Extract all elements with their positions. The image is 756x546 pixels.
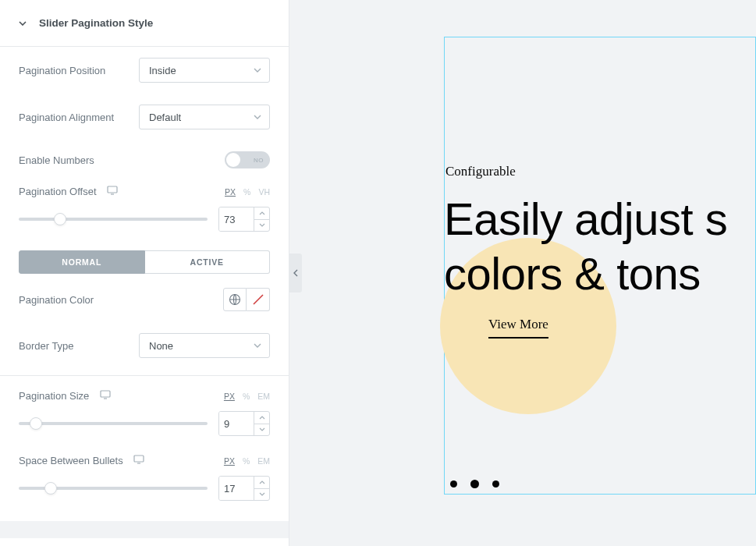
spin-up[interactable] (254, 207, 269, 220)
unit-vh[interactable]: VH (258, 187, 270, 197)
headline-line-2: colors & tons (444, 248, 701, 299)
row-enable-numbers: Enable Numbers NO (19, 140, 270, 179)
chevron-left-icon (293, 269, 298, 277)
input-offset-field[interactable] (219, 207, 254, 231)
units-space: PX % EM (224, 456, 270, 466)
view-more-link[interactable]: View More (488, 317, 548, 339)
spin-down[interactable] (254, 220, 269, 232)
label-pagination-offset: Pagination Offset (19, 186, 118, 197)
input-space-field[interactable] (219, 477, 254, 500)
pagination-dot[interactable] (492, 480, 499, 488)
unit-pct[interactable]: % (243, 456, 250, 466)
chevron-down-icon (254, 343, 261, 348)
svg-rect-4 (134, 456, 144, 462)
slider-row-offset (19, 202, 270, 244)
unit-pct[interactable]: % (243, 187, 250, 197)
section-header-slider-pagination[interactable]: Slider Pagination Style (0, 0, 289, 47)
desktop-icon[interactable] (100, 390, 111, 399)
settings-sidebar: Slider Pagination Style Pagination Posit… (0, 0, 289, 546)
divider (0, 375, 289, 376)
tab-active[interactable]: ACTIVE (145, 250, 271, 274)
row-pagination-position: Pagination Position Inside (19, 47, 270, 94)
selected-widget[interactable]: Configurable Easily adjust s colors & to… (444, 37, 756, 495)
slide-eyebrow: Configurable (445, 164, 516, 179)
label-border-type: Border Type (19, 340, 74, 352)
label-text: Space Between Bullets (19, 455, 123, 466)
color-picker-button[interactable] (247, 288, 270, 311)
spin-up[interactable] (254, 412, 269, 424)
panel-collapse-handle[interactable] (289, 254, 302, 292)
select-pagination-alignment[interactable]: Default (139, 105, 270, 129)
desktop-icon[interactable] (133, 455, 144, 464)
select-border-type[interactable]: None (139, 333, 270, 358)
preview-canvas: Configurable Easily adjust s colors & to… (289, 0, 756, 546)
select-pagination-position[interactable]: Inside (139, 58, 270, 83)
section-header-text-style[interactable]: Text Style (0, 538, 289, 546)
label-pagination-color: Pagination Color (19, 294, 94, 306)
row-pagination-size-header: Pagination Size PX % EM (19, 384, 270, 406)
label-space-between: Space Between Bullets (19, 455, 144, 466)
chevron-down-icon (254, 115, 261, 119)
no-color-icon (251, 292, 265, 307)
row-pagination-offset-header: Pagination Offset PX % VH (19, 179, 270, 202)
input-space[interactable] (218, 476, 270, 501)
slider-thumb[interactable] (54, 213, 66, 225)
label-pagination-alignment: Pagination Alignment (19, 112, 114, 123)
unit-pct[interactable]: % (243, 392, 250, 401)
unit-em[interactable]: EM (257, 392, 270, 401)
color-controls (223, 288, 270, 311)
label-text: Pagination Offset (19, 186, 97, 197)
spin-down[interactable] (254, 489, 269, 501)
slider-row-space (19, 471, 270, 513)
input-size-field[interactable] (219, 412, 254, 435)
toggle-knob (226, 153, 240, 167)
spin-down[interactable] (254, 424, 269, 436)
slider-thumb[interactable] (44, 482, 57, 495)
spin-up[interactable] (254, 477, 269, 489)
input-offset[interactable] (218, 207, 270, 232)
chevron-down-icon (254, 68, 261, 73)
svg-rect-3 (101, 391, 110, 397)
section-gap (0, 521, 289, 538)
pagination-dots (450, 480, 499, 488)
unit-em[interactable]: EM (257, 456, 270, 466)
slider-row-size (19, 406, 270, 448)
toggle-label: NO (254, 157, 264, 164)
pagination-dot-active[interactable] (470, 480, 479, 488)
row-border-type: Border Type None (19, 322, 270, 369)
toggle-enable-numbers[interactable]: NO (225, 151, 270, 168)
select-value: None (149, 340, 173, 352)
select-value: Inside (149, 65, 176, 76)
units-offset: PX % VH (225, 187, 270, 197)
section-title: Slider Pagination Style (39, 17, 153, 29)
slider-thumb[interactable] (30, 417, 42, 430)
row-pagination-alignment: Pagination Alignment Default (19, 94, 270, 140)
unit-px[interactable]: PX (224, 392, 235, 401)
unit-px[interactable]: PX (224, 456, 235, 466)
headline-line-1: Easily adjust s (444, 193, 727, 244)
slider-content: Configurable Easily adjust s colors & to… (445, 37, 755, 494)
row-space-between-header: Space Between Bullets PX % EM (19, 448, 270, 471)
label-enable-numbers: Enable Numbers (19, 154, 94, 166)
units-size: PX % EM (224, 392, 270, 401)
select-value: Default (149, 112, 181, 123)
tab-normal[interactable]: NORMAL (19, 250, 145, 274)
svg-line-2 (254, 295, 263, 304)
unit-px[interactable]: PX (225, 187, 236, 197)
slide-headline: Easily adjust s colors & tons (444, 192, 727, 300)
label-pagination-position: Pagination Position (19, 65, 105, 76)
slider-size[interactable] (19, 422, 208, 425)
row-pagination-color: Pagination Color (19, 277, 270, 322)
global-color-button[interactable] (223, 288, 247, 311)
svg-rect-0 (108, 186, 117, 193)
globe-icon (229, 293, 241, 306)
desktop-icon[interactable] (107, 186, 118, 195)
pagination-dot[interactable] (450, 480, 457, 488)
state-tabs: NORMAL ACTIVE (19, 244, 270, 277)
caret-down-icon (19, 21, 27, 26)
label-text: Pagination Size (19, 390, 89, 402)
slider-offset[interactable] (19, 218, 208, 221)
slider-space[interactable] (19, 487, 208, 490)
label-pagination-size: Pagination Size (19, 390, 111, 402)
input-size[interactable] (218, 411, 270, 436)
